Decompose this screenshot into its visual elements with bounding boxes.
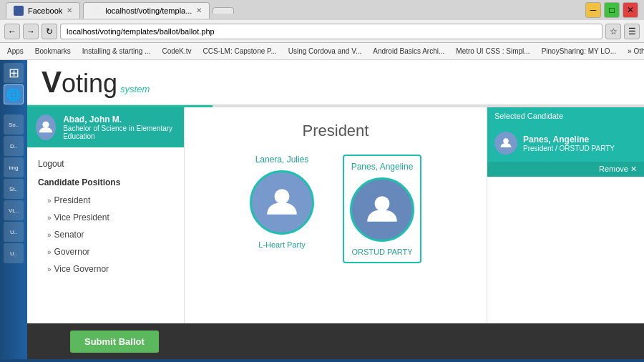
bookmarks-bar: Apps Bookmarks Installing & starting ...… <box>0 43 644 60</box>
browser-titlebar: Facebook ✕ localhost/voting/templa... ✕ … <box>0 0 644 20</box>
bookmark-pinoy[interactable]: PinoySharing: MY LO... <box>537 46 620 57</box>
tab-facebook-close[interactable]: ✕ <box>67 6 72 14</box>
sidebar-menu: Logout Candidate Positions » President »… <box>27 147 184 285</box>
win-bottom-bar: 1:39 PM 7/15/2015 <box>0 359 644 362</box>
app-container: ⊞ 🌐 So.. D.. img St.. VL.. U.. U.. V oti… <box>0 60 644 359</box>
candidate-card-lanera[interactable]: Lanera, Julies L-Heart Party <box>250 155 314 263</box>
bookmark-metro[interactable]: Metro UI CSS : Simpl... <box>452 46 534 57</box>
svg-point-2 <box>375 196 390 211</box>
user-avatar <box>36 114 56 140</box>
ballot-area: President Lanera, Julies L-Heart Party <box>185 107 487 323</box>
star-button[interactable]: ☆ <box>605 24 621 39</box>
sidebar: Abad, John M. Bachelor of Science in Ele… <box>27 107 185 323</box>
vice-governor-arrow-icon: » <box>47 265 52 273</box>
minimize-button[interactable]: ─ <box>585 2 601 18</box>
submit-ballot-button[interactable]: Submit Ballot <box>70 331 159 353</box>
win-u2-icon[interactable]: U.. <box>4 243 24 263</box>
vice-president-arrow-icon: » <box>47 214 52 222</box>
candidates-row: Lanera, Julies L-Heart Party Panes, Ange… <box>206 155 465 263</box>
win-img-icon[interactable]: img <box>4 157 24 177</box>
logo: V oting system <box>42 67 630 97</box>
app-footer: Submit Ballot <box>27 323 644 359</box>
candidate-name-lanera: Lanera, Julies <box>255 155 309 165</box>
close-button[interactable]: ✕ <box>623 2 638 18</box>
bookmark-installing[interactable]: Installing & starting ... <box>78 46 155 57</box>
bookmark-other[interactable]: » Other bookmarks <box>623 46 644 57</box>
bookmark-bookmarks[interactable]: Bookmarks <box>31 46 75 57</box>
bookmark-ccs[interactable]: CCS-LM: Capstone P... <box>199 46 281 57</box>
logo-oting: oting <box>62 71 117 97</box>
selected-avatar <box>494 132 517 155</box>
selected-candidate-name: Panes, Angeline <box>523 134 615 145</box>
maximize-button[interactable]: □ <box>604 2 620 18</box>
logout-link[interactable]: Logout <box>27 155 184 173</box>
win-start-icon[interactable]: ⊞ <box>4 63 24 83</box>
sidebar-item-governor[interactable]: » Governor <box>27 243 184 260</box>
user-course: Bachelor of Science in Elementary Educat… <box>63 124 175 140</box>
address-text: localhost/voting/templates/ballot/ballot… <box>67 27 215 36</box>
win-d-icon[interactable]: D.. <box>4 136 24 156</box>
candidate-name-panes: Panes, Angeline <box>351 162 414 172</box>
svg-point-3 <box>503 138 509 144</box>
governor-arrow-icon: » <box>47 248 52 256</box>
bookmark-apps[interactable]: Apps <box>3 46 28 57</box>
svg-point-1 <box>275 189 290 204</box>
win-u1-icon[interactable]: U.. <box>4 222 24 242</box>
tab-facebook[interactable]: Facebook ✕ <box>6 2 80 19</box>
win-chrome-icon[interactable]: 🌐 <box>4 84 24 104</box>
selected-candidate-position: President / ORSTUD PARTY <box>523 145 615 152</box>
ballot-position-title: President <box>206 122 465 140</box>
president-label: President <box>54 195 91 205</box>
logo-v: V <box>42 67 62 97</box>
address-bar[interactable]: localhost/voting/templates/ballot/ballot… <box>60 24 602 39</box>
forward-button[interactable]: → <box>23 24 39 39</box>
tab-ballot[interactable]: localhost/voting/templa... ✕ <box>83 2 210 19</box>
governor-label: Governor <box>54 247 90 257</box>
back-button[interactable]: ← <box>4 24 20 39</box>
user-name: Abad, John M. <box>63 114 175 124</box>
tab-ballot-label: localhost/voting/templa... <box>105 6 192 15</box>
bookmark-cordova[interactable]: Using Cordova and V... <box>284 46 366 57</box>
user-info: Abad, John M. Bachelor of Science in Ele… <box>63 114 175 140</box>
tab-empty[interactable] <box>213 7 234 14</box>
reload-button[interactable]: ↻ <box>42 24 57 39</box>
bookmark-android[interactable]: Android Basics Archi... <box>369 46 449 57</box>
settings-icon[interactable]: ☰ <box>624 24 640 39</box>
ballot-favicon <box>91 6 101 16</box>
win-taskbar: ⊞ 🌐 So.. D.. img St.. VL.. U.. U.. <box>0 60 27 359</box>
main-content: V oting system <box>27 60 644 359</box>
sidebar-item-vice-governor[interactable]: » Vice Governor <box>27 260 184 278</box>
selected-panel: Selected Candidate Panes, Angeline Presi… <box>487 107 644 323</box>
sidebar-item-senator[interactable]: » Senator <box>27 226 184 243</box>
sidebar-item-president[interactable]: » President <box>27 192 184 209</box>
facebook-favicon <box>14 6 24 16</box>
user-panel: Abad, John M. Bachelor of Science in Ele… <box>27 107 184 147</box>
candidate-avatar-lanera <box>250 170 314 235</box>
sidebar-item-vice-president[interactable]: » Vice President <box>27 209 184 226</box>
selected-header: Selected Candidate <box>487 107 644 124</box>
svg-point-0 <box>43 122 49 128</box>
candidate-positions-label: Candidate Positions <box>27 173 184 192</box>
selected-info: Panes, Angeline President / ORSTUD PARTY <box>523 134 615 152</box>
candidate-card-panes[interactable]: Panes, Angeline ORSTUD PARTY <box>343 155 421 263</box>
senator-label: Senator <box>54 230 84 240</box>
vice-president-label: Vice President <box>54 212 109 222</box>
site-header: V oting system <box>27 60 644 105</box>
candidate-party-panes: ORSTUD PARTY <box>351 248 412 256</box>
bookmark-codek[interactable]: CodeK.tv <box>157 46 195 57</box>
tab-ballot-close[interactable]: ✕ <box>196 6 202 14</box>
remove-button[interactable]: Remove ✕ <box>487 162 644 177</box>
candidate-avatar-panes <box>350 177 414 242</box>
candidate-party-lanera: L-Heart Party <box>258 240 305 249</box>
senator-arrow-icon: » <box>47 231 52 239</box>
win-st-icon[interactable]: St.. <box>4 179 24 199</box>
logo-system: system <box>120 84 150 94</box>
selected-item: Panes, Angeline President / ORSTUD PARTY <box>487 124 644 162</box>
vice-governor-label: Vice Governor <box>54 264 109 274</box>
win-so-icon[interactable]: So.. <box>4 114 24 134</box>
tab-facebook-label: Facebook <box>28 6 62 15</box>
content-area: Abad, John M. Bachelor of Science in Ele… <box>27 107 644 323</box>
president-arrow-icon: » <box>47 197 52 205</box>
win-vl-icon[interactable]: VL.. <box>4 200 24 220</box>
browser-navbar: ← → ↻ localhost/voting/templates/ballot/… <box>0 20 644 43</box>
